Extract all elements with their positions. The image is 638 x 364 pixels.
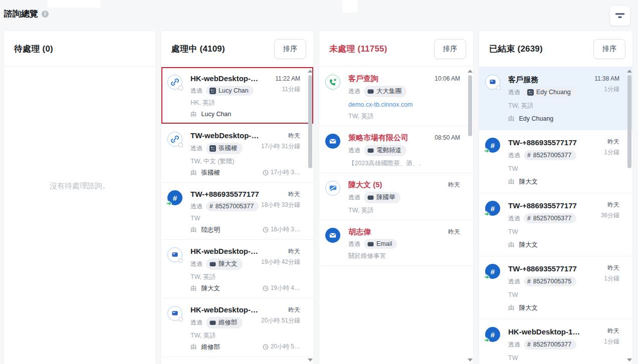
contact-card-icon [209, 88, 216, 94]
card-subject: 【2023高雄國際茶、酒、… [348, 159, 421, 168]
hash-glyph: # [491, 331, 495, 338]
scrollbar [468, 67, 473, 364]
scrollbar-thumb[interactable] [308, 75, 312, 168]
via-label: 透過 [348, 240, 360, 248]
conversation-card[interactable]: #TW-+886935577177昨天36分鐘透過#85257005377TW由… [479, 193, 632, 256]
via-chip-label: 85257005375 [533, 278, 571, 285]
channel-sub-badge [178, 86, 183, 90]
conversation-card[interactable]: TW-webDesktop-158昨天17小時 31分鐘透過張國權TW, 中文 … [161, 124, 313, 183]
handled-by-label: 由 [508, 114, 515, 123]
via-label: 透過 [348, 146, 360, 155]
scroll-down-arrow[interactable] [468, 358, 473, 361]
conversation-card[interactable]: #TW-+886935577177昨天1分鐘透過#85257005375TW由陳… [479, 256, 632, 319]
via-row: 透過#85257005377 [508, 339, 580, 349]
card-timestamps: 08:50 AM [417, 133, 460, 142]
via-label: 透過 [508, 151, 520, 160]
conversation-card[interactable]: HK-webDesktop-199昨天20小時 51分鐘透過維修部TW, 英語由… [161, 298, 313, 357]
handled-by-row: 由維修部 [190, 342, 261, 351]
elapsed-time-text: 17小時 3… [271, 168, 300, 177]
sort-button[interactable]: 排序 [274, 39, 306, 59]
elapsed-time: 20小時 5… [263, 342, 300, 351]
scroll-down-arrow[interactable] [308, 358, 313, 361]
handled-by-name: 陳大文 [519, 177, 538, 186]
card-title: 客戶服務 [508, 75, 580, 85]
via-row: 透過陳國華 [348, 192, 421, 203]
sort-button[interactable]: 排序 [593, 39, 625, 59]
conversation-card[interactable]: 客戶服務11:38 AM1分鐘透過Edy ChuangTW, 英語由Edy Ch… [479, 67, 632, 130]
card-time: 昨天 [576, 326, 619, 335]
card-location-language: TW [508, 354, 580, 362]
sort-button[interactable]: 排序 [434, 39, 466, 59]
column-header-ended: 已結束 (2639)排序 [479, 31, 632, 67]
handled-by-label: 由 [508, 240, 515, 249]
handled-by-label: 由 [190, 284, 197, 293]
phone-number-icon: # [167, 190, 182, 205]
column-ended: 已結束 (2639)排序客戶服務11:38 AM1分鐘透過Edy ChuangT… [479, 31, 632, 364]
channel-sub-badge [178, 258, 183, 263]
scroll-up-arrow[interactable] [308, 70, 313, 73]
handled-by-name: 維修部 [201, 342, 221, 351]
link-channel-icon [167, 132, 182, 147]
card-duration: 1分鐘 [576, 274, 619, 283]
column-header-in-progress: 處理中 (4109)排序 [161, 31, 313, 67]
hash-icon: # [209, 203, 213, 209]
card-link[interactable]: demo.cx-tb.cinnox.com [348, 101, 421, 109]
elapsed-time: 18小時 3… [263, 225, 300, 234]
card-time: 10:06 AM [417, 74, 460, 83]
info-icon[interactable]: i [42, 11, 49, 18]
conversation-card[interactable]: #TW-+886935577177昨天1分鐘透過#85257005377TW由陳… [479, 130, 632, 193]
conversation-card[interactable]: 策略市場有限公司08:50 AM透過電郵頻道【2023高雄國際茶、酒、… [319, 126, 473, 173]
handled-by-label: 由 [190, 110, 197, 119]
conversation-card[interactable]: 陳大文 (5)昨天透過陳國華TW, 英語 [319, 173, 473, 220]
via-label: 透過 [190, 144, 202, 153]
scrollbar-thumb[interactable] [468, 75, 472, 136]
page-title: 諮詢總覽 i [4, 8, 49, 20]
elapsed-time: 19小時 4… [263, 284, 300, 292]
conversation-card[interactable]: 客戶查詢10:06 AM透過大大集團demo.cx-tb.cinnox.comT… [319, 67, 473, 126]
scroll-up-arrow[interactable] [468, 70, 473, 73]
conversation-card[interactable]: HK-webDesktop-22811:22 AM11分鐘透過Lucy Chan… [161, 67, 313, 124]
card-title: 客戶查詢 [348, 74, 421, 84]
filter-button[interactable] [609, 5, 630, 26]
column-pending: 待處理 (0)沒有待處理諮詢。 [4, 31, 155, 364]
card-duration: 1分鐘 [576, 337, 619, 346]
space-icon [367, 147, 374, 154]
email-icon [325, 228, 340, 243]
via-row: 透過Email [348, 239, 421, 249]
via-chip: 電郵頻道 [364, 145, 406, 156]
card-time: 08:50 AM [417, 133, 460, 142]
via-chip-label: 85257005377 [533, 215, 571, 222]
clock-icon [263, 285, 269, 291]
scrollbar [627, 67, 632, 364]
via-row: 透過Edy Chuang [508, 87, 580, 97]
missed-chat-icon [325, 181, 340, 196]
card-location-language: TW, 英語 [348, 206, 421, 215]
via-chip: #85257005377 [524, 213, 576, 223]
via-label: 透過 [508, 340, 520, 349]
via-chip: #85257005377 [206, 201, 259, 211]
scrollbar-thumb[interactable] [627, 75, 631, 168]
via-label: 透過 [190, 202, 202, 211]
via-chip-label: Edy Chuang [536, 89, 571, 96]
incoming-call-icon [325, 75, 340, 90]
scrollbar [308, 67, 313, 364]
column-title: 待處理 (0) [14, 43, 53, 55]
scroll-up-arrow[interactable] [627, 70, 632, 73]
card-timestamps: 昨天 [417, 180, 460, 189]
clock-icon [263, 227, 269, 233]
card-time: 昨天 [576, 263, 619, 272]
via-chip: #85257005377 [524, 339, 576, 349]
conversation-card[interactable]: #TW-+886935577177昨天18小時 33分鐘透過#852570053… [161, 183, 313, 240]
scroll-down-arrow[interactable] [627, 358, 632, 361]
column-unhandled: 未處理 (11755)排序客戶查詢10:06 AM透過大大集團demo.cx-t… [319, 31, 473, 364]
conversation-card[interactable]: 胡志偉昨天透過Email關於維修事宜 [319, 220, 473, 266]
conversation-card[interactable]: HK-webDesktop-200昨天19小時 42分鐘透過陳大文TW, 英語由… [161, 240, 313, 298]
elapsed-time-text: 18小時 3… [271, 225, 300, 234]
card-title: TW-+886935577177 [508, 201, 580, 211]
handled-by-label: 由 [508, 303, 515, 312]
card-time: 昨天 [576, 137, 619, 146]
card-location-language: TW [508, 291, 580, 299]
via-chip: 大大集團 [364, 86, 406, 97]
conversation-card[interactable]: #HK-webDesktop-199昨天1分鐘透過#85257005377TW [479, 319, 632, 364]
card-location-language: HK, 英語 [190, 99, 261, 107]
